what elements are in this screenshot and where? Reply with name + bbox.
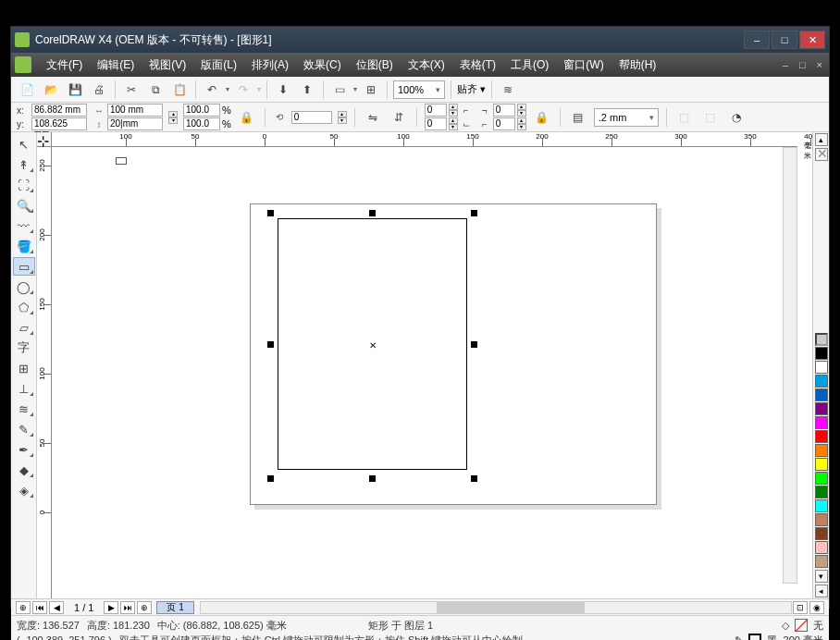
palette-down[interactable]: ▾ bbox=[815, 570, 828, 583]
color-swatch[interactable] bbox=[815, 388, 828, 401]
menu-text[interactable]: 文本(X) bbox=[401, 55, 452, 76]
dimension-tool[interactable]: ⊥ bbox=[13, 379, 35, 398]
copy-button[interactable]: ⧉ bbox=[145, 80, 166, 100]
menu-edit[interactable]: 编辑(E) bbox=[90, 55, 142, 76]
menu-table[interactable]: 表格(T) bbox=[452, 55, 503, 76]
mirror-h-icon[interactable]: ⇋ bbox=[363, 107, 383, 128]
open-button[interactable]: 📂 bbox=[41, 80, 61, 100]
convert-curves-icon[interactable]: ◔ bbox=[726, 107, 747, 128]
pick-tool[interactable]: ↖ bbox=[13, 135, 35, 154]
color-swatch[interactable] bbox=[815, 375, 828, 388]
ruler-vertical[interactable]: 250200150100500 bbox=[37, 147, 52, 598]
drawing-canvas[interactable]: ✕ bbox=[52, 147, 797, 598]
mdi-close[interactable]: × bbox=[814, 59, 825, 70]
ellipse-tool[interactable]: ◯ bbox=[13, 277, 35, 296]
menu-bitmap[interactable]: 位图(B) bbox=[349, 55, 401, 76]
back-icon[interactable]: ⬚ bbox=[700, 107, 721, 128]
fill-none-swatch[interactable] bbox=[795, 619, 808, 632]
menu-file[interactable]: 文件(F) bbox=[39, 55, 90, 76]
outline-swatch[interactable] bbox=[748, 634, 761, 640]
scrollbar-horizontal[interactable] bbox=[200, 601, 792, 614]
front-icon[interactable]: ⬚ bbox=[674, 107, 695, 128]
menu-effects[interactable]: 效果(C) bbox=[296, 55, 349, 76]
color-swatch[interactable] bbox=[815, 347, 828, 360]
table-tool[interactable]: ⊞ bbox=[13, 359, 35, 377]
close-button[interactable]: ✕ bbox=[799, 31, 825, 49]
undo-button[interactable]: ↶ bbox=[202, 80, 222, 100]
current-swatch[interactable] bbox=[815, 333, 828, 346]
scale-y-input[interactable]: 100.0 bbox=[183, 117, 220, 130]
width-input[interactable]: 100 mm bbox=[107, 104, 163, 117]
crop-tool[interactable]: ⛶ bbox=[13, 176, 35, 194]
menu-window[interactable]: 窗口(W) bbox=[556, 55, 611, 76]
blend-tool[interactable]: ≋ bbox=[13, 400, 35, 418]
palette-flyout[interactable]: ◂ bbox=[815, 585, 828, 597]
cut-button[interactable]: ✂ bbox=[121, 80, 142, 100]
prev-page[interactable]: ◀ bbox=[49, 601, 64, 614]
save-button[interactable]: 💾 bbox=[65, 80, 85, 100]
color-swatch[interactable] bbox=[815, 555, 828, 568]
next-page[interactable]: ▶ bbox=[104, 601, 118, 614]
export-button[interactable]: ⬆ bbox=[297, 80, 317, 100]
text-wrap-icon[interactable]: ▤ bbox=[568, 107, 588, 128]
fill-tool[interactable]: ◆ bbox=[13, 461, 35, 479]
height-input[interactable]: 20|mm bbox=[107, 117, 163, 130]
palette-up[interactable]: ▴ bbox=[815, 133, 828, 146]
eyedropper-tool[interactable]: ✎ bbox=[13, 420, 35, 438]
outline-indicator-icon[interactable]: ✎ bbox=[735, 634, 743, 641]
corner-d[interactable]: 0 bbox=[493, 117, 515, 130]
redo-button[interactable]: ↷ bbox=[233, 80, 253, 100]
menu-tools[interactable]: 工具(O) bbox=[503, 55, 556, 76]
size-up[interactable]: ▴ bbox=[168, 111, 178, 117]
corner-c[interactable]: 0 bbox=[493, 104, 515, 117]
import-button[interactable]: ⬇ bbox=[273, 80, 293, 100]
color-swatch[interactable] bbox=[815, 458, 828, 471]
scrollbar-vertical[interactable] bbox=[783, 147, 797, 584]
basic-shapes-tool[interactable]: ▱ bbox=[13, 318, 35, 337]
handle-bm[interactable] bbox=[369, 475, 376, 482]
first-page[interactable]: ⏮ bbox=[32, 601, 47, 614]
zoom-level[interactable]: 100%▾ bbox=[393, 80, 445, 99]
scale-x-input[interactable]: 100.0 bbox=[183, 104, 220, 117]
no-color-swatch[interactable]: ✕ bbox=[815, 148, 828, 161]
color-swatch[interactable] bbox=[815, 527, 828, 540]
rectangle-tool[interactable]: ▭ bbox=[13, 257, 35, 276]
color-swatch[interactable] bbox=[815, 402, 828, 415]
maximize-button[interactable]: □ bbox=[772, 31, 797, 49]
color-swatch[interactable] bbox=[815, 430, 828, 443]
welcome-button[interactable]: ⊞ bbox=[361, 80, 381, 100]
handle-tr[interactable] bbox=[471, 210, 477, 216]
page-tab-1[interactable]: 页 1 bbox=[156, 601, 193, 614]
corner-a[interactable]: 0 bbox=[425, 104, 447, 117]
handle-mr[interactable] bbox=[471, 341, 477, 348]
menu-help[interactable]: 帮助(H) bbox=[611, 55, 664, 76]
color-swatch[interactable] bbox=[815, 486, 828, 498]
shape-tool[interactable]: ↟ bbox=[13, 155, 35, 174]
outline-tool[interactable]: ✒ bbox=[13, 440, 35, 459]
ruler-origin[interactable]: ⊹ bbox=[37, 132, 52, 147]
rotate-input[interactable]: 0 bbox=[291, 111, 332, 124]
minimize-button[interactable]: – bbox=[744, 31, 770, 49]
app-launcher[interactable]: ▭ bbox=[329, 80, 350, 100]
outline-width-dropdown[interactable]: .2 mm▾ bbox=[594, 108, 659, 127]
color-swatch[interactable] bbox=[815, 416, 828, 429]
text-tool[interactable]: 字 bbox=[13, 338, 35, 357]
fill-indicator-icon[interactable]: ◇ bbox=[782, 620, 789, 632]
handle-ml[interactable] bbox=[267, 341, 274, 348]
color-swatch[interactable] bbox=[815, 541, 828, 554]
mdi-minimize[interactable]: – bbox=[780, 59, 791, 70]
handle-bl[interactable] bbox=[267, 475, 274, 482]
color-swatch[interactable] bbox=[815, 361, 828, 374]
zoom-tool[interactable]: 🔍 bbox=[13, 196, 35, 215]
freehand-tool[interactable]: 〰 bbox=[13, 216, 35, 235]
print-button[interactable]: 🖨 bbox=[89, 80, 109, 100]
color-swatch[interactable] bbox=[815, 513, 828, 526]
color-swatch[interactable] bbox=[815, 444, 828, 457]
nav-misc-icon[interactable]: ◉ bbox=[809, 601, 824, 614]
navigator-icon[interactable]: ⊡ bbox=[793, 601, 808, 614]
snap-button[interactable]: 贴齐 ▾ bbox=[457, 82, 486, 96]
new-button[interactable]: 📄 bbox=[17, 80, 37, 100]
pos-x-input[interactable]: 86.882 mm bbox=[31, 104, 87, 117]
polygon-tool[interactable]: ⬠ bbox=[13, 298, 35, 316]
corner-b[interactable]: 0 bbox=[425, 117, 447, 130]
